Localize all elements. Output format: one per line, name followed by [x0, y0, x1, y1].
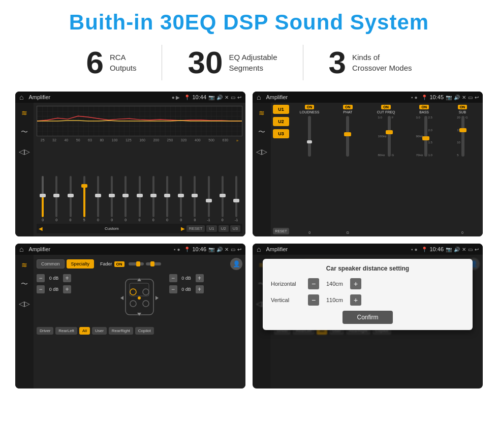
db-value-1: 0 dB [47, 276, 61, 281]
screen-content-1: ≋ 〜 ◁▷ [15, 103, 245, 236]
minimize-icon-1: ▭ [231, 95, 235, 100]
loudness-slider[interactable] [308, 116, 311, 157]
db-row-4: − 0 dB + [169, 285, 243, 293]
fader-slider-2[interactable] [146, 262, 161, 265]
minus-btn-4[interactable]: − [169, 285, 177, 293]
eq-slider-6[interactable]: 0 [119, 176, 132, 222]
u1-btn-1[interactable]: U1 [206, 225, 216, 232]
eq-slider-12[interactable]: -1 [202, 176, 214, 222]
location-icon-3: 📍 [184, 247, 190, 252]
speaker-icon-3[interactable]: ◁▷ [18, 297, 30, 310]
status-bar-4: ⌂ Amplifier ▪ ● 📍 10:46 📷 🔊 ✕ ▭ ↩ [253, 244, 483, 255]
sub-slider[interactable] [461, 116, 464, 157]
fader-slider-1[interactable] [129, 262, 144, 265]
plus-btn-1[interactable]: + [63, 274, 71, 282]
screen-crossover: ⌂ Amplifier ▪ ● 📍 10:45 📷 🔊 ✕ ▭ ↩ ≋ 〜 ◁▷ [253, 92, 483, 236]
fader-left: − 0 dB + − 0 dB + [37, 274, 110, 325]
horizontal-plus[interactable]: + [350, 278, 361, 289]
page-wrapper: Buith-in 30EQ DSP Sound System 6 RCA Out… [0, 0, 498, 399]
back-icon-4[interactable]: ↩ [475, 247, 479, 252]
copilot-btn[interactable]: Copilot [135, 327, 154, 335]
screen-content-2: ≋ 〜 ◁▷ U1 U2 U3 RESET ON LO [253, 103, 483, 236]
home-icon-3[interactable]: ⌂ [19, 245, 23, 253]
wave-icon-2[interactable]: 〜 [256, 126, 268, 138]
eq-icon-2[interactable]: ≋ [256, 107, 268, 119]
vertical-minus[interactable]: − [308, 294, 319, 306]
home-icon-4[interactable]: ⌂ [257, 245, 261, 253]
speaker-icon[interactable]: ◁▷ [18, 145, 30, 158]
eq-slider-7[interactable]: 0 [133, 176, 145, 222]
vertical-plus[interactable]: + [350, 294, 361, 306]
user-btn[interactable]: User [92, 327, 107, 335]
home-icon-2[interactable]: ⌂ [257, 93, 261, 101]
u2-btn[interactable]: U2 [273, 117, 289, 126]
all-btn[interactable]: All [79, 327, 90, 335]
cutfreq-on[interactable]: ON [381, 105, 391, 109]
wave-icon[interactable]: 〜 [18, 126, 30, 138]
loudness-on[interactable]: ON [305, 105, 315, 109]
eq-icon-3[interactable]: ≋ [18, 259, 30, 271]
eq-slider-0[interactable]: 0 [37, 176, 49, 222]
camera-icon-4: 📷 [446, 247, 452, 252]
fader-on-badge[interactable]: ON [114, 261, 124, 267]
eq-slider-3[interactable]: 5 [78, 176, 90, 222]
prev-btn[interactable]: ◀ [39, 226, 43, 231]
screen-fader: ⌂ Amplifier ▪ ● 📍 10:46 📷 🔊 ✕ ▭ ↩ ≋ 〜 ◁▷ [15, 244, 245, 389]
confirm-button[interactable]: Confirm [343, 311, 392, 324]
eq-slider-10[interactable]: 0 [175, 176, 187, 222]
rearright-btn[interactable]: RearRight [109, 327, 133, 335]
phat-slider[interactable] [346, 116, 349, 157]
next-btn[interactable]: ▶ [181, 226, 185, 231]
eq-slider-1[interactable]: 0 [50, 176, 63, 222]
side-icons-1: ≋ 〜 ◁▷ [15, 103, 34, 236]
reset-btn-2[interactable]: RESET [273, 228, 289, 234]
home-icon-1[interactable]: ⌂ [19, 93, 23, 101]
eq-slider-13[interactable]: 0 [216, 176, 229, 222]
db-row-2: − 0 dB + [37, 285, 110, 293]
specialty-tab[interactable]: Specialty [67, 259, 95, 268]
svg-point-7 [138, 296, 141, 300]
driver-btn[interactable]: Driver [37, 327, 53, 335]
eq-slider-5[interactable]: 0 [106, 176, 118, 222]
camera-icon-3: 📷 [208, 247, 214, 252]
phat-on[interactable]: ON [343, 105, 353, 109]
eq-slider-9[interactable]: 0 [161, 176, 173, 222]
minus-btn-1[interactable]: − [37, 274, 45, 282]
plus-btn-4[interactable]: + [196, 285, 204, 293]
u3-btn-1[interactable]: U3 [230, 225, 240, 232]
screen-title-3: Amplifier [28, 246, 171, 252]
u1-btn[interactable]: U1 [273, 105, 289, 114]
minus-btn-3[interactable]: − [169, 274, 177, 282]
user-avatar[interactable]: 👤 [230, 258, 242, 270]
eq-slider-14[interactable]: -1 [230, 176, 242, 222]
eq-slider-2[interactable]: 0 [64, 176, 76, 222]
sub-on[interactable]: ON [458, 105, 468, 109]
minus-btn-2[interactable]: − [37, 285, 45, 293]
close-icon-4: ✕ [462, 247, 466, 252]
eq-slider-11[interactable]: 0 [189, 176, 201, 222]
wave-icon-3[interactable]: 〜 [18, 278, 30, 290]
horizontal-label: Horizontal [271, 281, 304, 287]
cutfreq-slider[interactable] [388, 116, 391, 157]
eq-graph [37, 106, 242, 136]
horizontal-minus[interactable]: − [308, 278, 319, 289]
fader-main: Common Specialty Fader ON 👤 [34, 255, 245, 389]
common-tab[interactable]: Common [37, 259, 65, 268]
back-icon-1[interactable]: ↩ [237, 95, 241, 100]
eq-icon[interactable]: ≋ [18, 107, 30, 119]
eq-slider-4[interactable]: 0 [92, 176, 104, 222]
reset-btn-1[interactable]: RESET [186, 225, 205, 232]
u2-btn-1[interactable]: U2 [219, 225, 229, 232]
back-icon-3[interactable]: ↩ [237, 247, 241, 252]
u3-btn[interactable]: U3 [273, 129, 289, 138]
bass-slider[interactable] [424, 116, 427, 157]
plus-btn-3[interactable]: + [196, 274, 204, 282]
db-value-4: 0 dB [179, 287, 194, 292]
plus-btn-2[interactable]: + [63, 285, 71, 293]
rearleft-btn[interactable]: RearLeft [55, 327, 77, 335]
back-icon-2[interactable]: ↩ [475, 95, 479, 100]
eq-slider-8[interactable]: 0 [147, 176, 160, 222]
svg-marker-8 [137, 278, 141, 281]
bass-on[interactable]: ON [419, 105, 429, 109]
speaker-icon-2[interactable]: ◁▷ [256, 145, 268, 158]
